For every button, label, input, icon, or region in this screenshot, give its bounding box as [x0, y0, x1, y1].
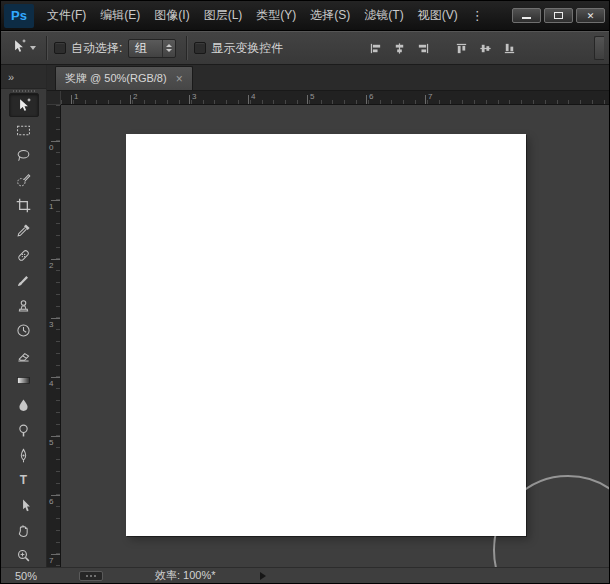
tab-close-icon[interactable]: × [176, 73, 183, 85]
align-right-edges-icon[interactable] [417, 41, 431, 55]
ruler-tick [425, 95, 426, 104]
menu-view[interactable]: 视图(V) [411, 1, 465, 30]
ruler-number: 1 [74, 92, 78, 101]
tools-panel: » T [1, 65, 47, 567]
svg-text:T: T [20, 473, 28, 487]
align-bottom-edges-icon[interactable] [503, 41, 517, 55]
toolbar-collapse-button[interactable]: » [1, 65, 46, 89]
window-controls: ✕ [512, 8, 609, 23]
photoshop-logo: Ps [4, 4, 34, 28]
crop-tool[interactable] [9, 193, 39, 217]
align-vertical-centers-icon[interactable] [479, 41, 493, 55]
move-tool-icon [10, 38, 27, 59]
ruler-tick [51, 200, 60, 201]
ruler-tick [71, 95, 72, 104]
document-tab[interactable]: 奖牌 @ 50%(RGB/8) × [55, 66, 193, 90]
eraser-tool[interactable] [9, 343, 39, 367]
ruler-tick [366, 95, 367, 104]
ruler-tick [51, 259, 60, 260]
tool-options-bar: 自动选择: 组 显示变换控件 [1, 31, 609, 65]
ruler-number: 3 [49, 320, 53, 329]
history-brush-tool[interactable] [9, 318, 39, 342]
separator [46, 36, 48, 60]
panel-dock-toggle[interactable] [594, 36, 604, 60]
move-tool[interactable] [9, 93, 39, 117]
status-menu-arrow-icon[interactable] [260, 572, 266, 580]
ruler-tick [307, 95, 308, 104]
photoshop-window: Ps 文件(F)编辑(E)图像(I)图层(L)类型(Y)选择(S)滤镜(T)视图… [0, 0, 610, 584]
ruler-number: 3 [192, 92, 196, 101]
auto-select-checkbox[interactable] [54, 42, 66, 54]
ruler-number: 5 [310, 92, 314, 101]
ruler-tick [189, 95, 190, 104]
menu-file[interactable]: 文件(F) [40, 1, 93, 30]
quick-selection-tool[interactable] [9, 168, 39, 192]
vertical-ruler[interactable]: 01234567 [47, 105, 61, 567]
blur-tool[interactable] [9, 393, 39, 417]
maximize-button[interactable] [544, 8, 573, 23]
menu-image[interactable]: 图像(I) [147, 1, 196, 30]
zoom-tool[interactable] [9, 543, 39, 567]
status-info-text: 效率: 100%* [155, 568, 216, 583]
document-tab-bar: 奖牌 @ 50%(RGB/8) × [47, 65, 609, 91]
ruler-number: 5 [49, 438, 53, 447]
ruler-number: 2 [133, 92, 137, 101]
path-selection-tool[interactable] [9, 493, 39, 517]
spinner-arrows-icon [162, 40, 175, 57]
zoom-level-field[interactable]: 50% [1, 570, 79, 582]
ruler-tick [51, 554, 60, 555]
align-horizontal-centers-icon[interactable] [393, 41, 407, 55]
ruler-tick [51, 141, 60, 142]
ruler-number: 4 [251, 92, 255, 101]
separator [186, 36, 188, 60]
chevron-down-icon [30, 46, 36, 50]
align-top-edges-icon[interactable] [455, 41, 469, 55]
menu-filter[interactable]: 滤镜(T) [357, 1, 410, 30]
ruler-number: 7 [49, 556, 53, 565]
titlebar: Ps 文件(F)编辑(E)图像(I)图层(L)类型(Y)选择(S)滤镜(T)视图… [1, 1, 609, 31]
dodge-tool[interactable] [9, 418, 39, 442]
type-tool[interactable]: T [9, 468, 39, 492]
ruler-tick [51, 377, 60, 378]
show-transform-checkbox[interactable] [194, 42, 206, 54]
minimize-button[interactable] [512, 8, 541, 23]
ruler-tick [51, 495, 60, 496]
document-area: 奖牌 @ 50%(RGB/8) × 1234567 01234567 [47, 65, 609, 567]
menu-layer[interactable]: 图层(L) [197, 1, 250, 30]
show-transform-label: 显示变换控件 [211, 40, 283, 57]
menu-select[interactable]: 选择(S) [303, 1, 357, 30]
ruler-tick [51, 318, 60, 319]
auto-select-label: 自动选择: [71, 40, 122, 57]
maximize-icon [554, 12, 563, 19]
ruler-number: 1 [49, 202, 53, 211]
menu-type[interactable]: 类型(Y) [249, 1, 303, 30]
status-bar: 50% 效率: 100%* [1, 567, 609, 583]
eyedropper-tool[interactable] [9, 218, 39, 242]
ruler-number: 2 [49, 261, 53, 270]
document-canvas[interactable] [126, 134, 526, 536]
status-preview-icon [79, 571, 103, 581]
align-tools-group [369, 41, 517, 55]
ruler-number: 6 [49, 497, 53, 506]
pen-tool[interactable] [9, 443, 39, 467]
spot-healing-brush-tool[interactable] [9, 243, 39, 267]
ruler-tick [248, 95, 249, 104]
gradient-tool[interactable] [9, 368, 39, 392]
menu-edit[interactable]: 编辑(E) [93, 1, 147, 30]
clone-stamp-tool[interactable] [9, 293, 39, 317]
menubar: 文件(F)编辑(E)图像(I)图层(L)类型(Y)选择(S)滤镜(T)视图(V) [40, 1, 465, 30]
canvas-area[interactable]: 1234567 01234567 [47, 91, 609, 567]
menu-overflow-icon[interactable]: ⋮ [465, 8, 490, 23]
active-tool-preset[interactable] [6, 38, 40, 59]
close-button[interactable]: ✕ [576, 8, 605, 23]
rectangular-marquee-tool[interactable] [9, 118, 39, 142]
ruler-number: 0 [49, 143, 53, 152]
hand-tool[interactable] [9, 518, 39, 542]
align-left-edges-icon[interactable] [369, 41, 383, 55]
auto-select-value: 组 [129, 40, 162, 57]
brush-tool[interactable] [9, 268, 39, 292]
lasso-tool[interactable] [9, 143, 39, 167]
ruler-tick [130, 95, 131, 104]
auto-select-dropdown[interactable]: 组 [128, 39, 176, 58]
horizontal-ruler[interactable]: 1234567 [61, 91, 609, 105]
